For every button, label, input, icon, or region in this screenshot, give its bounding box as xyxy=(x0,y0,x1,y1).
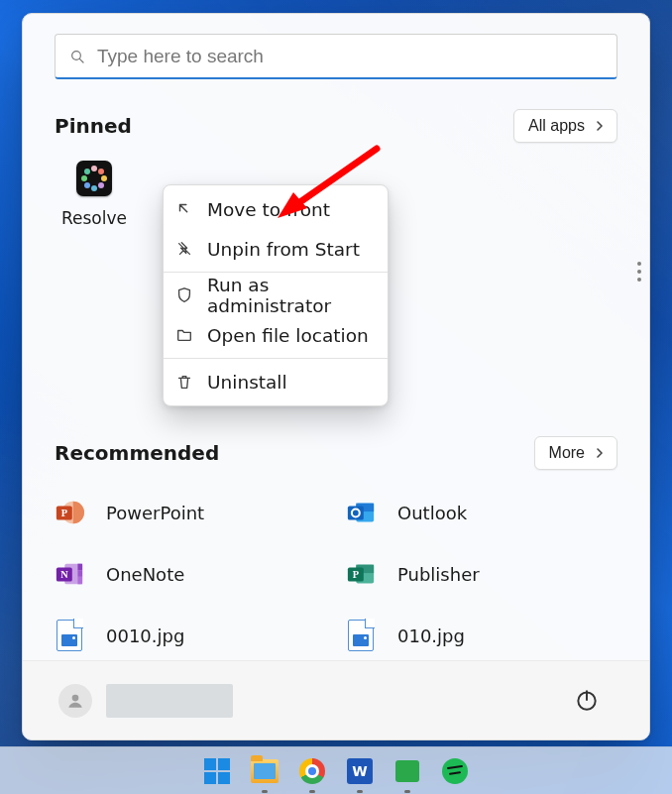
recommended-item-label: Outlook xyxy=(397,503,467,523)
svg-line-1 xyxy=(79,58,83,62)
context-menu-item-label: Uninstall xyxy=(207,372,287,393)
powerpoint-icon: P xyxy=(55,498,84,527)
recommended-item-powerpoint[interactable]: P PowerPoint xyxy=(55,498,326,527)
recommended-grid: P PowerPoint Outlook N OneNote P Publish… xyxy=(55,498,617,650)
pinned-grid: Resolve Move to front Unpin from Start R… xyxy=(55,161,617,408)
resolve-app-icon xyxy=(76,161,112,196)
context-menu-item-label: Open file location xyxy=(207,325,369,346)
context-menu-item-label: Run as administrator xyxy=(207,275,376,316)
spotify-icon xyxy=(442,758,468,784)
start-menu-footer xyxy=(23,660,649,739)
svg-rect-12 xyxy=(77,577,82,585)
context-menu-item-label: Move to front xyxy=(207,199,330,220)
context-menu-item-label: Unpin from Start xyxy=(207,239,360,260)
recommended-item-file[interactable]: 010.jpg xyxy=(346,621,617,650)
trash-icon xyxy=(175,373,193,391)
context-menu-run-as-admin[interactable]: Run as administrator xyxy=(164,276,388,315)
recommended-item-label: Publisher xyxy=(397,564,480,585)
image-file-icon xyxy=(346,621,376,650)
taskbar-chrome[interactable] xyxy=(297,756,327,786)
taskbar-messages[interactable] xyxy=(392,756,422,786)
context-menu-move-to-front[interactable]: Move to front xyxy=(164,189,388,229)
svg-point-19 xyxy=(72,694,79,701)
taskbar-word[interactable]: W xyxy=(345,756,375,786)
search-icon xyxy=(69,49,85,64)
recommended-item-label: 010.jpg xyxy=(397,625,465,646)
pinned-title: Pinned xyxy=(55,114,132,138)
context-menu-separator xyxy=(164,358,388,359)
search-box[interactable] xyxy=(55,34,617,79)
onenote-icon: N xyxy=(55,559,84,589)
windows-logo-icon xyxy=(204,758,230,784)
svg-text:P: P xyxy=(353,569,359,580)
taskbar: W xyxy=(0,746,672,794)
context-menu-open-file-location[interactable]: Open file location xyxy=(164,315,388,355)
recommended-item-publisher[interactable]: P Publisher xyxy=(346,559,617,589)
svg-text:P: P xyxy=(61,508,67,518)
publisher-icon: P xyxy=(346,559,376,589)
taskbar-file-explorer[interactable] xyxy=(250,756,280,786)
svg-rect-11 xyxy=(77,570,82,577)
chevron-right-icon xyxy=(595,448,605,458)
all-apps-label: All apps xyxy=(528,117,585,135)
unpin-icon xyxy=(175,240,193,258)
avatar-icon xyxy=(58,684,92,718)
user-account-button[interactable] xyxy=(58,684,233,718)
svg-text:N: N xyxy=(60,569,68,580)
context-menu-uninstall[interactable]: Uninstall xyxy=(164,362,388,401)
pinned-app-label: Resolve xyxy=(41,208,148,228)
chevron-right-icon xyxy=(595,121,605,131)
recommended-item-label: OneNote xyxy=(106,564,184,585)
taskbar-spotify[interactable] xyxy=(440,756,470,786)
user-name xyxy=(106,684,233,718)
chrome-icon xyxy=(299,758,325,784)
power-icon xyxy=(574,687,600,713)
context-menu-separator xyxy=(164,272,388,273)
pinned-page-indicator[interactable] xyxy=(633,258,645,285)
recommended-item-onenote[interactable]: N OneNote xyxy=(55,559,326,589)
file-explorer-icon xyxy=(251,759,279,783)
all-apps-button[interactable]: All apps xyxy=(513,109,617,143)
arrow-up-left-icon xyxy=(175,200,193,218)
messages-icon xyxy=(395,760,419,782)
folder-icon xyxy=(175,326,193,344)
recommended-item-label: 0010.jpg xyxy=(106,625,184,646)
outlook-icon xyxy=(346,498,376,527)
context-menu-unpin[interactable]: Unpin from Start xyxy=(164,229,388,269)
pinned-app-resolve[interactable]: Resolve xyxy=(41,161,148,228)
svg-rect-10 xyxy=(77,564,82,571)
more-label: More xyxy=(549,444,585,462)
recommended-item-label: PowerPoint xyxy=(106,503,204,523)
recommended-item-outlook[interactable]: Outlook xyxy=(346,498,617,527)
more-button[interactable]: More xyxy=(534,436,617,470)
word-icon: W xyxy=(347,758,373,784)
recommended-title: Recommended xyxy=(55,441,219,465)
image-file-icon xyxy=(55,621,84,650)
power-button[interactable] xyxy=(574,687,602,715)
taskbar-start-button[interactable] xyxy=(202,756,232,786)
context-menu: Move to front Unpin from Start Run as ad… xyxy=(163,184,389,406)
search-input[interactable] xyxy=(97,46,605,67)
shield-icon xyxy=(175,286,193,304)
start-menu: Pinned All apps Resolve Move to front xyxy=(22,13,650,740)
recommended-item-file[interactable]: 0010.jpg xyxy=(55,621,326,650)
